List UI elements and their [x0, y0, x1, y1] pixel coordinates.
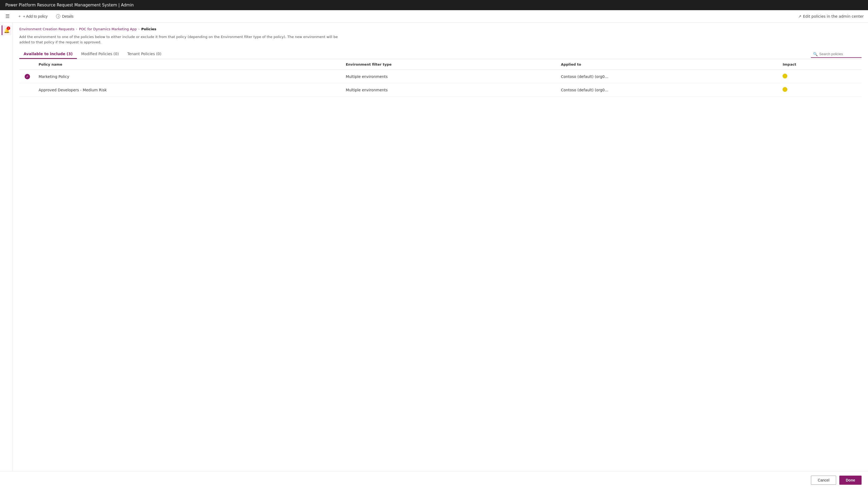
tab-tenant-policies[interactable]: Tenant Policies (0): [123, 50, 165, 59]
row-applied-to: Contoso (default) (org0...: [558, 70, 780, 83]
plus-icon: ＋: [18, 14, 22, 19]
selected-check-icon: ✓: [25, 74, 30, 79]
details-button[interactable]: i Details: [54, 13, 75, 20]
tabs-row: Available to include (3) Modified Polici…: [19, 50, 862, 59]
title-text: Power Platform Resource Request Manageme…: [5, 3, 134, 7]
search-icon: 🔍: [813, 52, 818, 56]
cancel-button[interactable]: Cancel: [811, 476, 836, 485]
search-input[interactable]: [819, 52, 860, 56]
toolbar-left: ☰ ＋ + Add to policy i Details: [4, 12, 75, 20]
impact-dot-icon: [782, 74, 787, 78]
search-box: 🔍: [811, 51, 862, 58]
add-to-policy-button[interactable]: ＋ + Add to policy: [16, 13, 49, 20]
breadcrumb-separator-2: ›: [138, 27, 140, 31]
row-impact: [779, 83, 862, 97]
done-button[interactable]: Done: [839, 476, 862, 485]
add-to-policy-label: + Add to policy: [23, 14, 48, 19]
col-header-select: [19, 59, 35, 70]
app-body: 🔔 1 Environment Creation Requests › POC …: [0, 23, 868, 471]
toolbar: ☰ ＋ + Add to policy i Details ↗ Edit pol…: [0, 10, 868, 23]
description-text: Add the environment to one of the polici…: [19, 34, 341, 45]
row-select-cell: [19, 83, 35, 97]
row-env-filter-type: Multiple environments: [343, 83, 558, 97]
row-policy-name: Marketing Policy: [35, 70, 343, 83]
breadcrumb-current: Policies: [141, 27, 156, 31]
row-impact: [779, 70, 862, 83]
table-row[interactable]: ✓ Marketing Policy Multiple environments…: [19, 70, 862, 83]
col-header-env-filter: Environment filter type: [343, 59, 558, 70]
table-container: Policy name Environment filter type Appl…: [19, 59, 862, 467]
table-header-row: Policy name Environment filter type Appl…: [19, 59, 862, 70]
col-header-impact: Impact: [779, 59, 862, 70]
breadcrumb-item-2[interactable]: POC for Dynamics Marketing App: [79, 27, 137, 31]
breadcrumb-separator-1: ›: [76, 27, 78, 31]
impact-dot-icon: [782, 87, 787, 92]
tabs-list: Available to include (3) Modified Polici…: [19, 50, 165, 59]
breadcrumb-item-1[interactable]: Environment Creation Requests: [19, 27, 74, 31]
tab-modified-policies[interactable]: Modified Policies (0): [77, 50, 123, 59]
breadcrumb: Environment Creation Requests › POC for …: [19, 27, 862, 31]
col-header-policy-name: Policy name: [35, 59, 343, 70]
policies-table: Policy name Environment filter type Appl…: [19, 59, 862, 97]
row-policy-name: Approved Developers - Medium Risk: [35, 83, 343, 97]
notification-badge: 1: [7, 27, 10, 30]
row-select-cell: ✓: [19, 70, 35, 83]
edit-policies-label: Edit policies in the admin center: [803, 14, 864, 19]
col-header-applied-to: Applied to: [558, 59, 780, 70]
main-content: Environment Creation Requests › POC for …: [13, 23, 868, 471]
info-icon: i: [56, 14, 60, 19]
row-applied-to: Contoso (default) (org0...: [558, 83, 780, 97]
tab-available-to-include[interactable]: Available to include (3): [19, 50, 77, 59]
row-env-filter-type: Multiple environments: [343, 70, 558, 83]
external-link-icon: ↗: [798, 14, 802, 19]
sidebar: 🔔 1: [0, 23, 13, 471]
details-label: Details: [62, 14, 73, 19]
table-row[interactable]: Approved Developers - Medium Risk Multip…: [19, 83, 862, 97]
sidebar-requests-icon[interactable]: 🔔 1: [2, 26, 11, 35]
edit-policies-link[interactable]: ↗ Edit policies in the admin center: [798, 14, 864, 19]
hamburger-menu-button[interactable]: ☰: [4, 12, 11, 20]
footer: Cancel Done: [0, 471, 868, 489]
title-bar: Power Platform Resource Request Manageme…: [0, 0, 868, 10]
